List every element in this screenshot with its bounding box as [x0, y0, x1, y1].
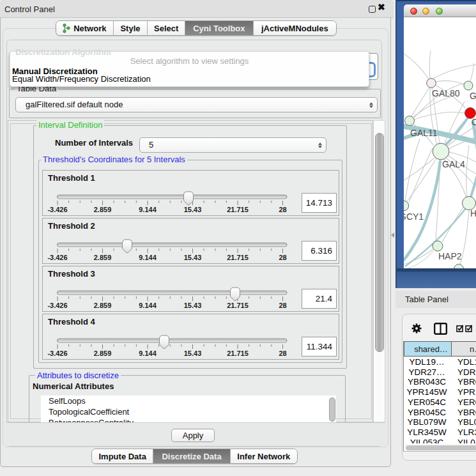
svg-text:9.144: 9.144 — [139, 349, 157, 357]
svg-text:GCY1: GCY1 — [404, 211, 424, 222]
svg-text:GAL80: GAL80 — [432, 88, 460, 98]
svg-text:GA: GA — [470, 91, 476, 101]
svg-text:H: H — [470, 208, 476, 219]
svg-text:15.43: 15.43 — [184, 254, 202, 261]
svg-text:HAP2: HAP2 — [438, 251, 462, 261]
svg-text:21.715: 21.715 — [227, 349, 249, 357]
svg-text:2.859: 2.859 — [94, 254, 112, 261]
svg-text:-3.426: -3.426 — [47, 349, 67, 357]
svg-text:28: 28 — [279, 206, 286, 213]
svg-text:15.43: 15.43 — [184, 302, 202, 309]
svg-text:15.43: 15.43 — [184, 349, 202, 357]
svg-text:15.43: 15.43 — [184, 206, 202, 213]
svg-text:C: C — [472, 117, 476, 127]
svg-text:2.859: 2.859 — [94, 206, 112, 213]
svg-text:21.715: 21.715 — [227, 206, 249, 213]
svg-text:9.144: 9.144 — [139, 254, 157, 261]
svg-text:2.859: 2.859 — [94, 349, 112, 357]
svg-text:GAL11: GAL11 — [410, 128, 438, 138]
svg-text:28: 28 — [279, 302, 286, 309]
svg-text:28: 28 — [279, 254, 286, 261]
svg-text:9.144: 9.144 — [139, 206, 157, 213]
svg-text:21.715: 21.715 — [227, 302, 249, 309]
svg-text:2.859: 2.859 — [94, 302, 112, 309]
svg-text:9.144: 9.144 — [139, 302, 157, 309]
svg-text:-3.426: -3.426 — [47, 254, 67, 261]
svg-text:-3.426: -3.426 — [47, 302, 67, 309]
svg-text:28: 28 — [279, 349, 286, 357]
svg-text:-3.426: -3.426 — [47, 206, 67, 213]
svg-text:GAL4: GAL4 — [442, 159, 465, 169]
svg-text:21.715: 21.715 — [227, 254, 249, 261]
